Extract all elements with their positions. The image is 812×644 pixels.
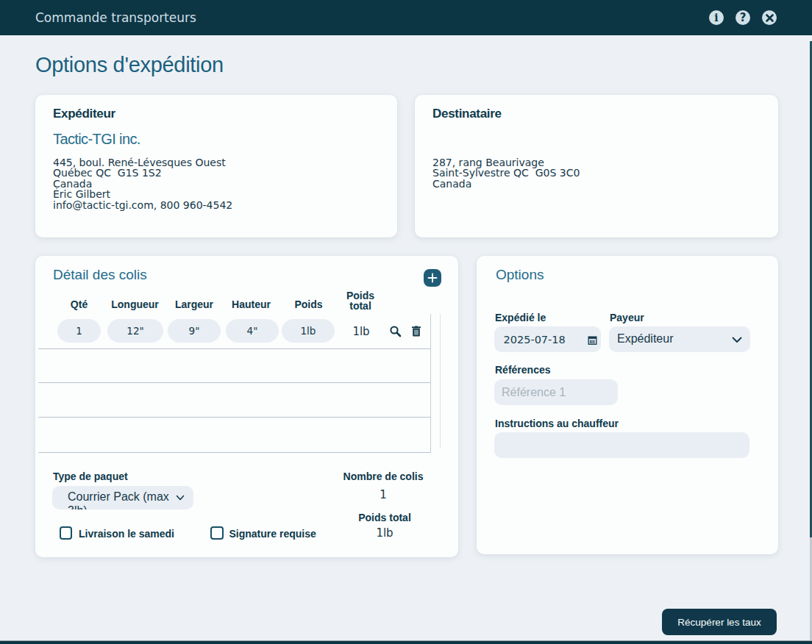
consignee-address: 287, rang Beaurivage Saint-Sylvestre QC … (432, 157, 580, 190)
references-label: Références (495, 365, 551, 375)
page-title: Options d'expédition (35, 51, 224, 78)
table-row-separator (38, 382, 431, 383)
chevron-down-icon (732, 334, 742, 345)
trash-icon[interactable] (409, 323, 424, 338)
add-package-button[interactable] (424, 269, 441, 287)
payer-select[interactable]: Expéditeur (609, 326, 750, 352)
close-icon[interactable] (762, 10, 777, 25)
close-x-glyph (766, 14, 774, 22)
col-header-qty: Qté (71, 299, 88, 310)
consignee-address-line: 287, rang Beaurivage (432, 157, 580, 168)
table-row-separator (38, 417, 431, 418)
col-header-length: Longueur (111, 299, 159, 310)
weight-input[interactable] (282, 319, 335, 343)
shipper-address-line: info@tactic-tgi.com, 800 960-4542 (53, 200, 232, 211)
width-input[interactable] (168, 319, 221, 343)
signature-required-checkbox[interactable] (210, 526, 224, 540)
shipper-card: Expéditeur Tactic-TGI inc. 445, boul. Re… (35, 95, 397, 237)
consignee-heading: Destinataire (432, 106, 502, 121)
saturday-delivery-label: Livraison le samedi (79, 529, 174, 539)
col-header-width: Largeur (175, 299, 213, 310)
shipper-address-line: 445, boul. René-Lévesques Ouest (53, 157, 232, 168)
window-title: Commande transporteurs (35, 10, 196, 25)
total-weight-value: 1lb (376, 527, 393, 539)
chevron-down-icon (175, 493, 185, 503)
col-header-weight: Poids (294, 299, 322, 310)
search-icon[interactable] (388, 323, 402, 338)
package-detail-card: Détail des colis Qté Longueur Largeur Ha… (35, 256, 458, 557)
ship-date-label: Expédié le (495, 312, 546, 323)
plus-icon (427, 273, 438, 283)
payer-label: Payeur (610, 312, 644, 323)
shipper-address-line: Québec QC G1S 1S2 (53, 168, 232, 179)
ship-date-input[interactable] (494, 326, 601, 352)
col-header-total-weight: Poids total (336, 290, 385, 311)
package-type-value: Courrier Pack (max 3lb) (68, 490, 175, 509)
package-type-label: Type de paquet (53, 471, 128, 482)
title-bar: Commande transporteurs i ? (0, 0, 812, 35)
calendar-icon[interactable] (588, 336, 597, 345)
saturday-delivery-checkbox[interactable] (60, 526, 73, 540)
table-row-separator (38, 348, 431, 349)
package-type-select[interactable]: Courrier Pack (max 3lb) (52, 486, 193, 509)
shipper-heading: Expéditeur (53, 106, 115, 121)
info-icon[interactable]: i (709, 10, 724, 25)
driver-instructions-input[interactable] (494, 432, 749, 458)
height-input[interactable] (226, 319, 279, 343)
consignee-address-line: Canada (432, 179, 580, 190)
table-row-separator (38, 452, 431, 453)
qty-input[interactable] (57, 319, 101, 343)
driver-instructions-label: Instructions au chauffeur (495, 418, 619, 429)
bottom-bar (0, 641, 812, 644)
table-right-border (430, 314, 431, 453)
total-weight-label: Poids total (358, 512, 411, 523)
package-count-value: 1 (380, 489, 387, 501)
options-title: Options (496, 266, 544, 284)
signature-required-label: Signature requise (229, 529, 316, 539)
title-bar-icons: i ? (709, 0, 777, 35)
shipper-name-link[interactable]: Tactic-TGI inc. (53, 130, 140, 149)
consignee-address-line: Saint-Sylvestre QC G0S 3C0 (432, 168, 580, 179)
col-header-height: Hauteur (232, 299, 271, 310)
references-input[interactable] (494, 379, 618, 405)
shipper-address: 445, boul. René-Lévesques Ouest Québec Q… (53, 157, 232, 211)
shipper-address-line: Canada (53, 179, 232, 190)
consignee-card: Destinataire 287, rang Beaurivage Saint-… (415, 95, 778, 237)
help-icon[interactable]: ? (736, 10, 750, 25)
get-rates-button[interactable]: Récupérer les taux (662, 609, 777, 635)
package-count-label: Nombre de colis (343, 471, 424, 482)
payer-value: Expéditeur (617, 332, 674, 346)
package-detail-title: Détail des colis (53, 266, 147, 284)
length-input[interactable] (107, 319, 163, 343)
table-scrollbar[interactable] (440, 314, 441, 448)
options-card: Options Expédié le Payeur Expéditeur Réf… (477, 256, 778, 554)
row-total-weight: 1lb (352, 324, 369, 339)
shipper-address-line: Éric Gilbert (53, 189, 232, 200)
